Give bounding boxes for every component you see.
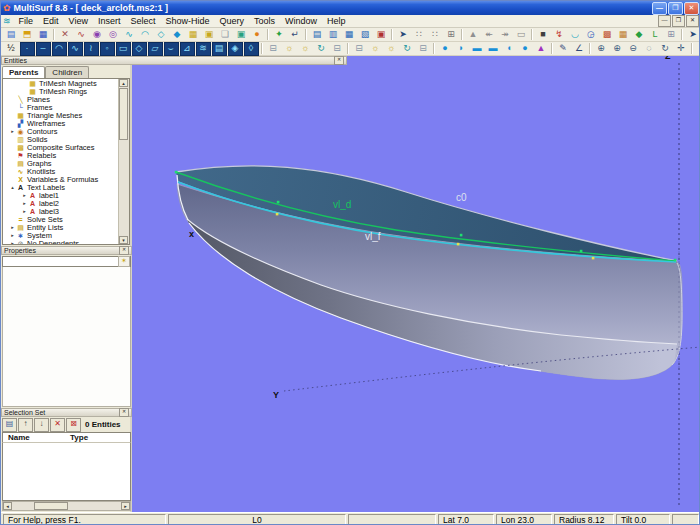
restore-button[interactable]: ❐	[668, 2, 683, 15]
expander-icon[interactable]: ▸	[9, 128, 16, 134]
label-c0[interactable]: c0	[456, 192, 467, 203]
scroll-down-icon[interactable]: ▾	[119, 236, 128, 244]
insert-poly-button[interactable]: ◊	[244, 42, 259, 56]
insert-loft-button[interactable]: ▱	[148, 42, 163, 56]
grid-tool-button[interactable]: ⊞	[663, 27, 679, 42]
pointer-mode-button[interactable]: ➤	[685, 27, 700, 42]
expander-icon[interactable]: ▴	[9, 184, 16, 190]
curve-tool-button[interactable]: ∿	[121, 27, 137, 42]
tree-item-entity-lists[interactable]: ▸▤Entity Lists	[3, 223, 119, 231]
expander-icon[interactable]: ▸	[21, 192, 28, 198]
pan-view-button[interactable]: ✛	[673, 41, 689, 56]
new-file-button[interactable]: ▤	[3, 27, 19, 42]
label-vl-f[interactable]: vl_f	[365, 231, 381, 242]
tree-scrollbar[interactable]: ▴ ▾	[118, 79, 129, 244]
insert-surface-button[interactable]: ◇	[132, 42, 147, 56]
mesh-red-tool-button[interactable]: ▩	[599, 27, 615, 42]
menu-help[interactable]: Help	[322, 15, 351, 27]
display-fractions-button[interactable]: ½	[3, 41, 19, 56]
tree-item-relabels[interactable]: ⚑Relabels	[3, 151, 119, 159]
insert-arc-button[interactable]: ◠	[52, 42, 67, 56]
hide-children-button[interactable]: ☼	[383, 41, 399, 56]
expander-icon[interactable]: ▸	[21, 208, 28, 214]
measure-pen-button[interactable]: ✎	[555, 41, 571, 56]
select-arrow-button[interactable]: ➤	[395, 27, 411, 42]
zoom-out-button[interactable]: ⊖	[625, 41, 641, 56]
viewport-3d[interactable]: vl_d vl_f c0 x Y Z	[132, 56, 700, 512]
selection-list-button[interactable]: ▤	[2, 418, 17, 432]
tree-item-composite-surfaces[interactable]: ▩Composite Surfaces	[3, 143, 119, 151]
insert-composite-button[interactable]: ◈	[228, 42, 243, 56]
show-children-button[interactable]: ☼	[367, 41, 383, 56]
show-parents-button[interactable]: ⊟	[329, 41, 345, 56]
scroll-thumb[interactable]	[119, 88, 128, 140]
label-vl-d[interactable]: vl_d	[333, 199, 351, 210]
polyline-tool-button[interactable]: ↯	[551, 27, 567, 42]
solid-tool-button[interactable]: ◆	[169, 27, 185, 42]
frame-tool-button[interactable]: ▣	[201, 27, 217, 42]
protractor-tool-button[interactable]: ∠	[571, 41, 587, 56]
magnet-tool-button[interactable]: ▦	[185, 27, 201, 42]
insert-line-button[interactable]: –	[36, 42, 51, 56]
tile-horizontal-button[interactable]: ▤	[309, 27, 325, 42]
expander-icon[interactable]: ▸	[21, 200, 28, 206]
select-group-button[interactable]: ⊞	[443, 27, 459, 42]
scroll-up-icon[interactable]: ▴	[119, 79, 128, 87]
select-grid-1-button[interactable]: ∷	[411, 27, 427, 42]
delete-entity-button[interactable]: ✕	[57, 27, 73, 42]
entities-close-icon[interactable]: ✕	[334, 56, 344, 65]
insert-mesh-button[interactable]: ▤	[212, 42, 227, 56]
stack-tool-button[interactable]: ❏	[217, 27, 233, 42]
hide-parents-button[interactable]: ⊟	[351, 41, 367, 56]
insert-ccurve-button[interactable]: ≀	[84, 42, 99, 56]
column-name[interactable]: Name	[3, 433, 70, 442]
rotate-view-button[interactable]: ↻	[657, 41, 673, 56]
menu-tools[interactable]: Tools	[249, 15, 280, 27]
tab-parents[interactable]: Parents	[2, 66, 45, 78]
expander-icon[interactable]: ▸	[9, 232, 16, 238]
tab-children[interactable]: Children	[45, 66, 89, 78]
block-tool-button[interactable]: ■	[535, 27, 551, 42]
half-model-view-button[interactable]: ◖	[501, 41, 517, 56]
show-refresh-button[interactable]: ↻	[313, 41, 329, 56]
expander-icon[interactable]: ▸	[9, 240, 16, 245]
tree-item-trimesh-rings[interactable]: ▦TriMesh Rings	[3, 87, 119, 95]
zoom-in-button[interactable]: ⊕	[593, 41, 609, 56]
arc-tool-button[interactable]: ◡	[567, 27, 583, 42]
tree-item-text-labels[interactable]: ▴AText Labels	[3, 183, 119, 191]
insert-point-button[interactable]: ✦	[271, 27, 287, 42]
measure-tool-button[interactable]: ▭	[513, 27, 529, 42]
minimize-button[interactable]: —	[652, 2, 667, 15]
insert-bcurve-button[interactable]: ∿	[68, 42, 83, 56]
axes-tool-button[interactable]: L	[647, 27, 663, 42]
selection-hscrollbar[interactable]: ◂ ▸	[2, 501, 131, 511]
insert-circle-button[interactable]: ◦	[100, 42, 115, 56]
green-surface-tool-button[interactable]: ◆	[631, 27, 647, 42]
zoom-window-button[interactable]: ⊕	[609, 41, 625, 56]
hidden-line-view-button[interactable]: ▬	[469, 41, 485, 56]
clear-selection-button[interactable]: ⊠	[66, 418, 81, 432]
tree-item-label1[interactable]: ▸Alabel1	[3, 191, 119, 199]
render-tool-button[interactable]: ●	[249, 27, 265, 42]
tree-item-label2[interactable]: ▸Alabel2	[3, 199, 119, 207]
surface-tool-button[interactable]: ◇	[153, 27, 169, 42]
column-type[interactable]: Type	[70, 433, 120, 442]
hide-point-button[interactable]: ◎	[105, 27, 121, 42]
show-all-button[interactable]: ☼	[281, 41, 297, 56]
display-mode-1-button[interactable]: ▣	[695, 41, 700, 56]
remove-selected-button[interactable]: ✕	[50, 418, 65, 432]
tree-item-graphs[interactable]: ▤Graphs	[3, 159, 119, 167]
menu-window[interactable]: Window	[280, 15, 322, 27]
menu-select[interactable]: Select	[125, 15, 160, 27]
child-restore-button[interactable]: ❐	[672, 15, 685, 27]
view-window-tool-button[interactable]: ▣	[233, 27, 249, 42]
home-view-button[interactable]: ▲	[533, 41, 549, 56]
show-selected-button[interactable]: ⊟	[265, 41, 281, 56]
edit-curve-button[interactable]: ∿	[73, 27, 89, 42]
select-grid-2-button[interactable]: ∷	[427, 27, 443, 42]
tree-item-no-dependents[interactable]: ▸⊘No Dependents	[3, 239, 119, 245]
menu-insert[interactable]: Insert	[93, 15, 126, 27]
hscroll-thumb[interactable]	[34, 502, 68, 510]
hide-all-button[interactable]: ⊟	[415, 41, 431, 56]
tree-item-planes[interactable]: ╲Planes	[3, 95, 119, 103]
